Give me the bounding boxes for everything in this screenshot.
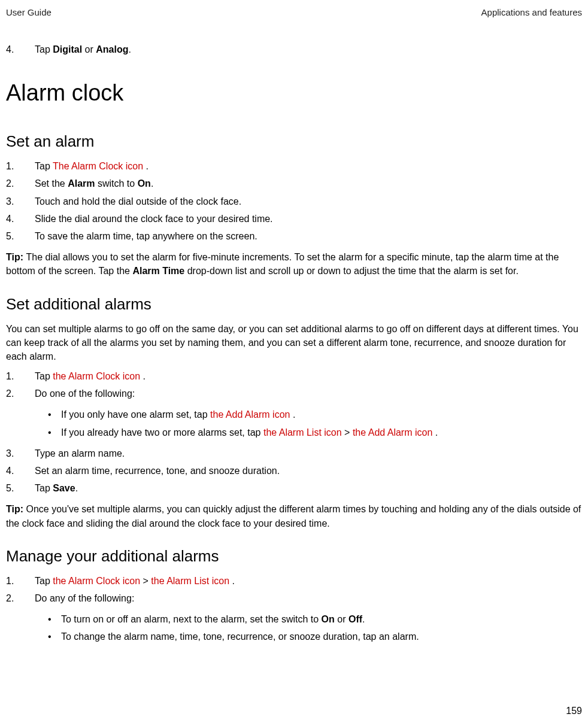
page-content: 4. Tap Digital or Analog. Alarm clock Se… (6, 42, 582, 648)
header-left: User Guide (6, 7, 51, 17)
tip-paragraph: Tip: The dial allows you to set the alar… (6, 250, 582, 278)
list-item: •If you already have two or more alarms … (48, 426, 582, 439)
header-right: Applications and features (481, 7, 582, 17)
page-header: User Guide Applications and features (6, 7, 582, 17)
add-alarm-icon: the Add Alarm icon (353, 427, 432, 438)
step-text: Tap Digital or Analog. (35, 42, 582, 56)
list-item: 3.Type an alarm name. (6, 446, 582, 460)
list-item: 5.Tap Save. (6, 481, 582, 495)
intro-paragraph: You can set multiple alarms to go off on… (6, 322, 582, 364)
list-item: 2. Do any of the following: •To turn on … (6, 591, 582, 648)
list-item: 5.To save the alarm time, tap anywhere o… (6, 229, 582, 243)
list-item: •To turn on or off an alarm, next to the… (48, 612, 582, 626)
list-item: 2.Set the Alarm switch to On. (6, 177, 582, 190)
list-item: •If you only have one alarm set, tap the… (48, 408, 582, 421)
heading-manage-additional-alarms: Manage your additional alarms (6, 547, 582, 566)
step-4-top: 4. Tap Digital or Analog. (6, 42, 582, 56)
alarm-clock-icon: the Alarm Clock icon (53, 371, 140, 381)
list-item: •To change the alarm name, time, tone, r… (48, 630, 582, 643)
heading-set-additional-alarms: Set additional alarms (6, 295, 582, 314)
list-item: 1.Tap the Alarm Clock icon > the Alarm L… (6, 574, 582, 588)
alarm-list-icon: the Alarm List icon (151, 576, 229, 586)
step-number: 4. (6, 42, 35, 56)
sub-bullet-list: •If you only have one alarm set, tap the… (48, 408, 582, 439)
alarm-clock-icon: The Alarm Clock icon (53, 161, 143, 171)
list-item: 4.Set an alarm time, recurrence, tone, a… (6, 464, 582, 478)
add-alarm-icon: the Add Alarm icon (210, 409, 290, 420)
manage-alarms-steps: 1.Tap the Alarm Clock icon > the Alarm L… (6, 574, 582, 648)
list-item: 1.Tap The Alarm Clock icon . (6, 159, 582, 173)
tip-paragraph: Tip: Once you've set multiple alarms, yo… (6, 502, 582, 530)
list-item: 1.Tap the Alarm Clock icon . (6, 369, 582, 383)
page-number: 159 (566, 706, 582, 716)
alarm-list-icon: the Alarm List icon (263, 427, 342, 438)
set-alarm-steps: 1.Tap The Alarm Clock icon . 2.Set the A… (6, 159, 582, 243)
heading-alarm-clock: Alarm clock (6, 80, 582, 106)
list-item: 3.Touch and hold the dial outside of the… (6, 195, 582, 208)
list-item: 4.Slide the dial around the clock face t… (6, 212, 582, 226)
heading-set-an-alarm: Set an alarm (6, 132, 582, 151)
list-item: 2. Do one of the following: •If you only… (6, 387, 582, 443)
top-step-list: 4. Tap Digital or Analog. (6, 42, 582, 56)
additional-alarms-steps: 1.Tap the Alarm Clock icon . 2. Do one o… (6, 369, 582, 495)
sub-bullet-list: •To turn on or off an alarm, next to the… (48, 612, 582, 643)
alarm-clock-icon: the Alarm Clock icon (53, 576, 140, 586)
